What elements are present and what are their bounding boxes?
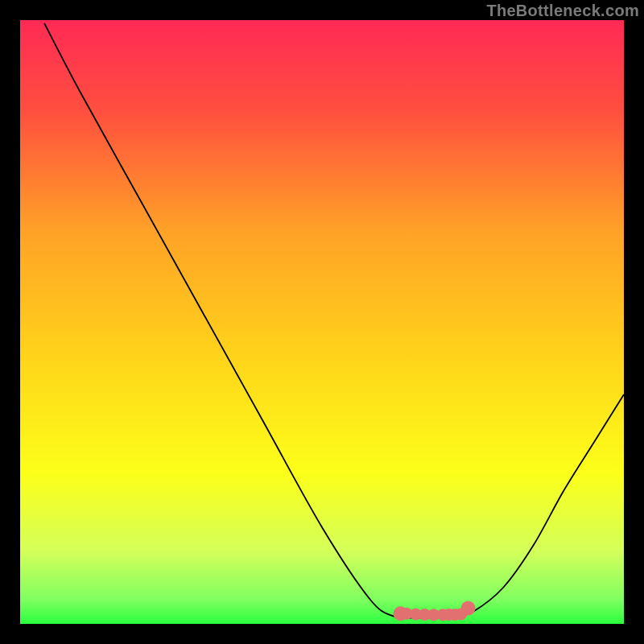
watermark-text: TheBottleneck.com xyxy=(486,2,639,20)
plot-background xyxy=(20,20,624,624)
chart-container: TheBottleneck.com xyxy=(0,0,644,644)
optimal-marker xyxy=(461,601,476,616)
bottleneck-chart xyxy=(0,0,644,644)
